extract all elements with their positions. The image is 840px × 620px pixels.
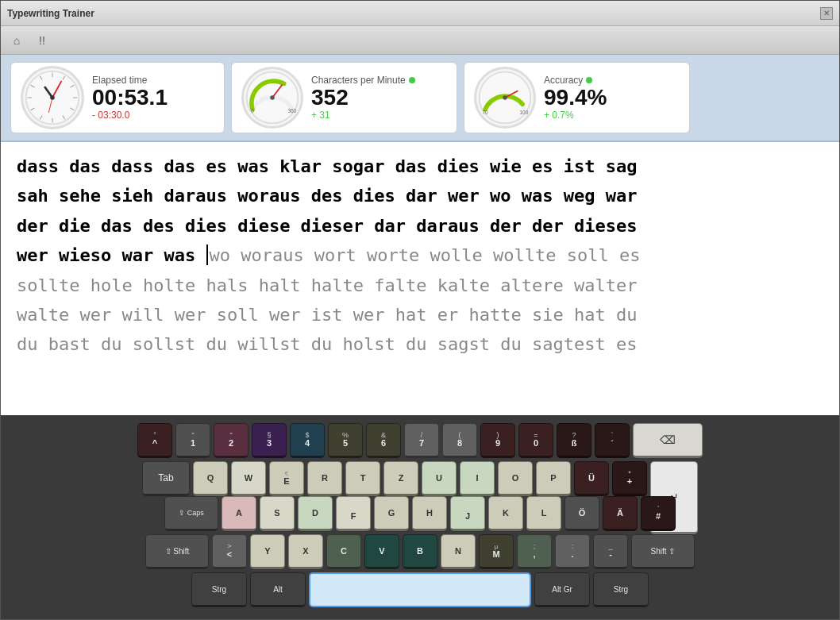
key-i[interactable]: I <box>460 461 495 496</box>
key-5[interactable]: %5 <box>328 423 363 458</box>
svg-text:70: 70 <box>482 110 488 115</box>
key-n[interactable]: N <box>441 534 476 569</box>
svg-line-9 <box>31 108 35 110</box>
svg-line-11 <box>31 85 35 87</box>
elapsed-sub: - 03:30.0 <box>92 110 168 121</box>
cpm-sub: + 31 <box>311 110 415 121</box>
key-v[interactable]: V <box>364 534 399 569</box>
svg-text:100: 100 <box>519 110 528 115</box>
key-c[interactable]: C <box>326 534 361 569</box>
key-6[interactable]: &6 <box>366 423 401 458</box>
svg-line-15 <box>48 98 52 113</box>
key-p[interactable]: P <box>536 461 571 496</box>
key-g[interactable]: G <box>374 496 409 531</box>
title-bar: Typewriting Trainer ✕ <box>1 1 839 26</box>
key-j[interactable]: _J <box>450 496 485 531</box>
svg-point-16 <box>50 95 55 100</box>
accuracy-card: 70 100 Accuracy 99.4% + 0.7% <box>464 62 690 133</box>
key-q[interactable]: Q <box>193 461 228 496</box>
key-row-4: ⇧ Shift >< Y X C V B N μM ;, :. _- Shift… <box>13 534 827 569</box>
elapsed-label: Elapsed time <box>92 75 168 86</box>
app-window: Typewriting Trainer ✕ ⌂ !! <box>0 0 840 620</box>
key-minus[interactable]: _- <box>593 534 628 569</box>
accuracy-label: Accuracy <box>544 75 607 86</box>
alt-left-key[interactable]: Alt <box>250 572 306 607</box>
key-period[interactable]: :. <box>555 534 590 569</box>
key-t[interactable]: T <box>345 461 380 496</box>
key-o[interactable]: O <box>498 461 533 496</box>
elapsed-card: Elapsed time 00:53.1 - 03:30.0 <box>10 62 225 133</box>
svg-line-5 <box>70 108 74 110</box>
key-d[interactable]: D <box>298 496 333 531</box>
key-y[interactable]: Y <box>250 534 285 569</box>
key-0[interactable]: =0 <box>518 423 553 458</box>
key-r[interactable]: R <box>307 461 342 496</box>
elapsed-info: Elapsed time 00:53.1 - 03:30.0 <box>92 75 168 121</box>
key-3[interactable]: §3 <box>252 423 287 458</box>
key-k[interactable]: K <box>488 496 523 531</box>
key-l[interactable]: L <box>526 496 561 531</box>
accuracy-sub: + 0.7% <box>544 110 607 121</box>
key-s[interactable]: S <box>260 496 295 531</box>
svg-point-21 <box>270 95 275 100</box>
svg-line-6 <box>63 115 65 119</box>
key-sz[interactable]: ?ß <box>557 423 591 458</box>
shift-right-key[interactable]: Shift ⇧ <box>631 534 695 569</box>
key-comma[interactable]: ;, <box>517 534 552 569</box>
cpm-gauge: 0 360 <box>241 67 303 129</box>
cpm-value: 352 <box>311 86 415 110</box>
accuracy-dot <box>586 77 592 83</box>
keyboard-area: °^ "1 "2 §3 $4 %5 &6 /7 (8 )9 =0 ?ß `´ ⌫… <box>1 415 839 619</box>
accuracy-gauge: 70 100 <box>474 67 536 129</box>
key-hash[interactable]: '# <box>641 496 676 531</box>
key-m[interactable]: μM <box>479 534 514 569</box>
key-acute[interactable]: `´ <box>595 423 630 458</box>
key-plus[interactable]: *+ <box>612 461 647 496</box>
key-1[interactable]: "1 <box>175 423 210 458</box>
key-u[interactable]: U <box>422 461 457 496</box>
svg-text:360: 360 <box>287 108 296 114</box>
key-ae[interactable]: Ä <box>603 496 638 531</box>
key-b[interactable]: B <box>403 534 437 569</box>
key-ue[interactable]: Ü <box>574 461 609 496</box>
key-a[interactable]: A <box>222 496 256 531</box>
svg-line-14 <box>52 82 61 98</box>
key-7[interactable]: /7 <box>404 423 439 458</box>
tab-key[interactable]: Tab <box>142 461 190 496</box>
key-x[interactable]: X <box>288 534 323 569</box>
close-button[interactable]: ✕ <box>820 7 833 20</box>
toolbar: ⌂ !! <box>1 26 839 55</box>
key-w[interactable]: W <box>231 461 266 496</box>
backspace-key[interactable]: ⌫ <box>633 423 703 458</box>
typing-input[interactable] <box>309 572 531 607</box>
elapsed-value: 00:53.1 <box>92 86 168 110</box>
input-row: Strg Alt Alt Gr Strg <box>13 572 827 607</box>
home-button[interactable]: ⌂ <box>7 31 26 50</box>
ctrl-left-key[interactable]: Strg <box>191 572 247 607</box>
caps-lock-key[interactable]: ⇪ Caps <box>164 496 218 531</box>
svg-line-3 <box>70 85 74 87</box>
svg-line-8 <box>40 115 42 119</box>
cpm-info: Characters per Minute 352 + 31 <box>311 75 415 121</box>
window-title: Typewriting Trainer <box>7 8 94 19</box>
pause-button[interactable]: !! <box>33 31 52 50</box>
key-8[interactable]: (8 <box>442 423 477 458</box>
key-f[interactable]: _F <box>336 496 371 531</box>
alt-gr-key[interactable]: Alt Gr <box>534 572 590 607</box>
key-4[interactable]: $4 <box>290 423 325 458</box>
shift-left-key[interactable]: ⇧ Shift <box>145 534 209 569</box>
key-oe[interactable]: Ö <box>564 496 599 531</box>
svg-line-2 <box>63 76 65 80</box>
key-2[interactable]: "2 <box>214 423 249 458</box>
key-h[interactable]: H <box>412 496 447 531</box>
key-caret[interactable]: °^ <box>137 423 172 458</box>
key-e[interactable]: €E <box>269 461 304 496</box>
key-z[interactable]: Z <box>383 461 418 496</box>
key-angle[interactable]: >< <box>212 534 247 569</box>
cpm-label: Characters per Minute <box>311 75 415 86</box>
accuracy-info: Accuracy 99.4% + 0.7% <box>544 75 607 121</box>
cpm-card: 0 360 Characters per Minute 352 + 31 <box>231 62 457 133</box>
key-9[interactable]: )9 <box>480 423 515 458</box>
svg-text:0: 0 <box>251 108 254 114</box>
ctrl-right-key[interactable]: Strg <box>593 572 649 607</box>
